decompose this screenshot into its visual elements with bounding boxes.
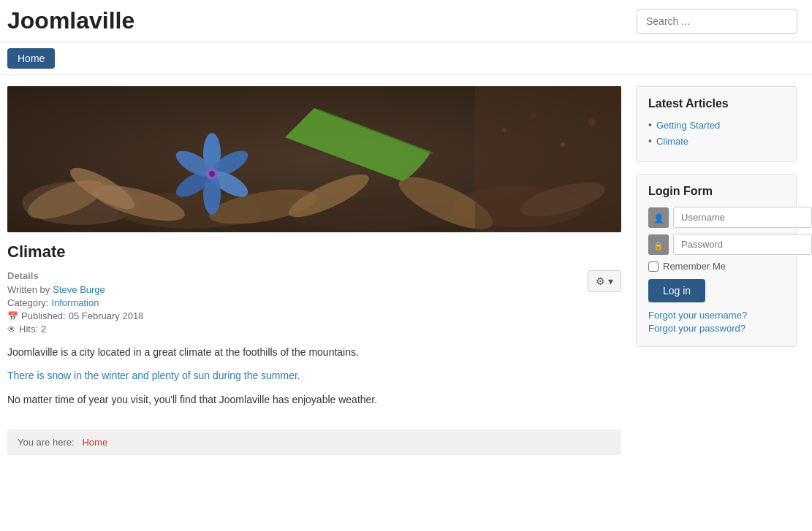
main-container: Climate Details Written by Steve Burge C… xyxy=(0,75,812,466)
login-form-widget: Login Form Remember Me Log in Forgot yo xyxy=(636,174,797,347)
latest-articles-widget: Latest Articles Getting Started Climate xyxy=(636,86,797,162)
eye-icon xyxy=(7,324,16,335)
content-area: Climate Details Written by Steve Burge C… xyxy=(7,86,621,455)
svg-rect-20 xyxy=(475,86,621,232)
password-input[interactable] xyxy=(673,234,812,255)
login-form-title: Login Form xyxy=(648,185,784,198)
latest-articles-list: Getting Started Climate xyxy=(648,119,784,147)
list-item: Climate xyxy=(648,135,784,147)
list-item: Getting Started xyxy=(648,119,784,131)
written-by-label: Written by xyxy=(7,284,50,295)
breadcrumb-prefix: You are here: xyxy=(18,437,75,448)
remember-me-checkbox[interactable] xyxy=(648,261,659,272)
author-link[interactable]: Steve Burge xyxy=(53,284,105,295)
login-links: Forgot your username? Forgot your passwo… xyxy=(648,310,784,334)
password-row xyxy=(648,234,784,255)
latest-articles-title: Latest Articles xyxy=(648,97,784,110)
article-paragraph-2: There is snow in the winter and plenty o… xyxy=(7,367,621,383)
home-nav-button[interactable]: Home xyxy=(7,48,55,69)
article-details-row: Details Written by Steve Burge Category:… xyxy=(7,270,621,337)
svg-point-23 xyxy=(561,142,565,147)
user-icon xyxy=(648,207,669,228)
article-details: Details Written by Steve Burge Category:… xyxy=(7,270,143,337)
svg-point-24 xyxy=(588,119,596,126)
published-line: Published: 05 February 2018 xyxy=(7,310,143,321)
written-by-line: Written by Steve Burge xyxy=(7,284,143,295)
site-title: Joomlaville xyxy=(7,7,134,34)
username-row xyxy=(648,207,784,228)
remember-me-label: Remember Me xyxy=(663,261,726,272)
category-label: Category: xyxy=(7,297,48,308)
forgot-password-link[interactable]: Forgot your password? xyxy=(648,323,784,334)
hits-label: Hits: xyxy=(19,324,38,335)
published-label: Published: xyxy=(21,310,66,321)
gear-icon: ⚙ xyxy=(596,275,605,287)
username-input[interactable] xyxy=(673,207,812,228)
hits-line: Hits: 2 xyxy=(7,324,143,335)
article-body: Joomlaville is a city located in a great… xyxy=(7,344,621,408)
svg-point-21 xyxy=(502,128,506,132)
cal-icon xyxy=(7,310,18,321)
article-title: Climate xyxy=(7,242,621,261)
lock-icon xyxy=(648,234,669,255)
getting-started-link[interactable]: Getting Started xyxy=(656,120,720,131)
svg-point-19 xyxy=(209,171,215,177)
search-input[interactable] xyxy=(637,9,797,34)
article-gear-button[interactable]: ⚙ ▾ xyxy=(588,270,621,292)
article-paragraph-3: No matter time of year you visit, you'll… xyxy=(7,391,621,408)
category-line: Category: Information xyxy=(7,297,143,308)
hits-value: 2 xyxy=(41,324,46,335)
forgot-username-link[interactable]: Forgot your username? xyxy=(648,310,784,321)
sidebar: Latest Articles Getting Started Climate … xyxy=(636,86,797,359)
remember-me-row: Remember Me xyxy=(648,261,784,272)
details-label: Details xyxy=(7,270,143,281)
published-value: 05 February 2018 xyxy=(69,310,144,321)
gear-caret-icon: ▾ xyxy=(608,275,613,287)
category-link[interactable]: Information xyxy=(51,297,99,308)
login-button[interactable]: Log in xyxy=(648,279,705,302)
breadcrumb: You are here: Home xyxy=(7,429,621,455)
nav-bar: Home xyxy=(0,42,812,75)
svg-point-22 xyxy=(531,112,536,118)
climate-link[interactable]: Climate xyxy=(656,136,688,147)
hero-image xyxy=(7,86,621,232)
article-paragraph-1: Joomlaville is a city located in a great… xyxy=(7,344,621,360)
breadcrumb-home-link[interactable]: Home xyxy=(82,437,107,448)
site-header: Joomlaville xyxy=(0,0,812,42)
